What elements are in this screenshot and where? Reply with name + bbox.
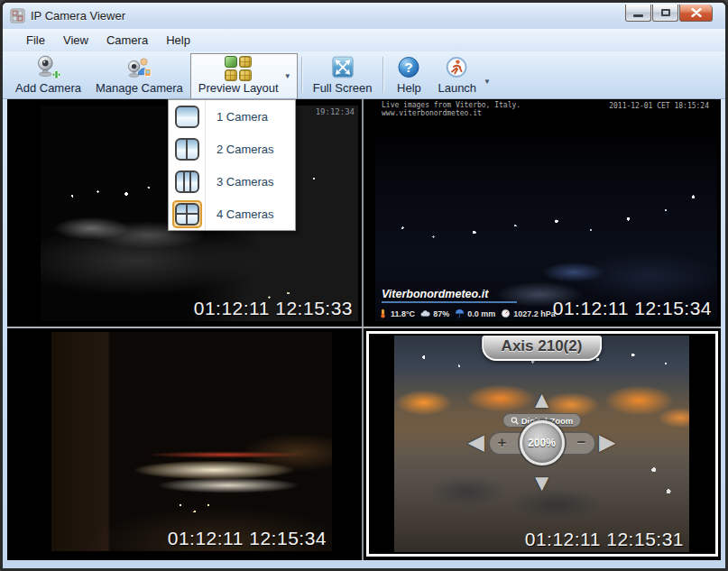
launch-label: Launch bbox=[438, 81, 476, 95]
layout-option-4-cameras[interactable]: 4 Cameras bbox=[169, 198, 295, 230]
camera-2-header: Live images from Viterbo, Italy. www.vit… bbox=[382, 101, 521, 117]
manage-camera-icon bbox=[124, 54, 153, 80]
layout-option-1-camera[interactable]: 1 Camera bbox=[169, 100, 295, 133]
weather-temperature: 11.8°C bbox=[378, 309, 415, 318]
gauge-icon bbox=[501, 309, 511, 318]
help-icon: ? bbox=[394, 54, 423, 80]
grid-vertical-divider bbox=[362, 99, 364, 560]
full-screen-label: Full Screen bbox=[313, 81, 373, 95]
zoom-level-knob[interactable]: 200% bbox=[520, 420, 565, 465]
add-camera-button[interactable]: Add Camera bbox=[8, 51, 88, 98]
preview-layout-menu: 1 Camera 2 Cameras 3 Cameras bbox=[168, 99, 296, 231]
minimize-icon bbox=[633, 14, 643, 17]
preview-layout-button[interactable]: Preview Layout ▼ bbox=[190, 53, 298, 98]
pan-left-arrow-icon[interactable]: ◀ bbox=[468, 431, 484, 453]
layout-3-icon bbox=[175, 170, 199, 193]
preview-layout-icon bbox=[224, 56, 253, 81]
camera-1-osd-time: 19:12:34 bbox=[316, 107, 355, 116]
full-screen-button[interactable]: Full Screen bbox=[306, 51, 380, 98]
close-icon bbox=[691, 8, 702, 17]
window-title: IP Camera Viewer bbox=[31, 9, 125, 23]
preview-layout-label: Preview Layout bbox=[198, 81, 279, 95]
camera-4-selection-border: Axis 210(2) ▲ ▼ ◀ ▶ Digital Zoom + − bbox=[366, 331, 718, 557]
magnifier-icon bbox=[511, 417, 519, 425]
app-icon bbox=[10, 8, 25, 23]
pan-down-arrow-icon[interactable]: ▼ bbox=[530, 471, 554, 494]
help-label: Help bbox=[397, 81, 421, 95]
menu-help[interactable]: Help bbox=[157, 31, 199, 50]
camera-2-header-line2: www.viterbonordmeteo.it bbox=[382, 109, 521, 117]
add-camera-icon bbox=[33, 54, 62, 80]
thermometer-icon bbox=[378, 309, 388, 318]
layout-1-icon bbox=[175, 106, 199, 128]
layout-option-3-cameras[interactable]: 3 Cameras bbox=[169, 165, 295, 198]
camera-2-header-datetime: 2011-12-01 CET 18:15:24 bbox=[609, 102, 709, 110]
umbrella-icon bbox=[455, 309, 465, 318]
launch-button[interactable]: Launch bbox=[430, 51, 484, 98]
manage-camera-label: Manage Camera bbox=[96, 81, 183, 95]
camera-2-header-line1: Live images from Viterbo, Italy. bbox=[382, 101, 521, 109]
camera-2-watermark: Viterbonordmeteo.it bbox=[382, 288, 517, 303]
help-button[interactable]: ? Help bbox=[387, 51, 430, 98]
zoom-out-button[interactable]: − bbox=[577, 434, 586, 452]
preview-layout-caret-icon: ▼ bbox=[284, 72, 291, 80]
layout-option-2-cameras[interactable]: 2 Cameras bbox=[169, 133, 295, 165]
weather-rain: 0.0 mm bbox=[455, 309, 495, 318]
maximize-button[interactable] bbox=[652, 5, 678, 22]
camera-feed-4[interactable]: Axis 210(2) ▲ ▼ ◀ ▶ Digital Zoom + − bbox=[394, 336, 689, 552]
pan-up-arrow-icon[interactable]: ▲ bbox=[530, 388, 554, 411]
pan-right-arrow-icon[interactable]: ▶ bbox=[599, 431, 615, 453]
camera-grid: 19:12:34 01:12:11 12:15:33 Live images f… bbox=[7, 99, 721, 560]
launch-caret-icon[interactable]: ▼ bbox=[484, 78, 491, 86]
layout-4-icon bbox=[175, 203, 199, 226]
camera-feed-2[interactable]: Live images from Viterbo, Italy. www.vit… bbox=[375, 99, 717, 321]
camera-feed-3[interactable]: 01:12:11 12:15:34 bbox=[51, 332, 332, 551]
menu-bar: File View Camera Help bbox=[3, 29, 725, 51]
toolbar-separator bbox=[301, 57, 302, 93]
title-bar[interactable]: IP Camera Viewer bbox=[3, 3, 725, 29]
camera-1-timestamp: 01:12:11 12:15:33 bbox=[194, 298, 353, 319]
zoom-level-value: 200% bbox=[528, 437, 556, 449]
camera-4-name: Axis 210(2) bbox=[502, 337, 583, 355]
camera-2-timestamp: 01:12:11 12:15:34 bbox=[553, 298, 712, 319]
cloud-icon bbox=[420, 309, 430, 318]
digital-zoom-overlay: ▲ ▼ ◀ ▶ Digital Zoom + − 200% bbox=[394, 390, 689, 502]
add-camera-label: Add Camera bbox=[15, 81, 81, 95]
selected-layout-highlight bbox=[172, 200, 202, 228]
weather-humidity: 87% bbox=[420, 309, 449, 318]
menu-view[interactable]: View bbox=[54, 31, 97, 50]
zoom-in-button[interactable]: + bbox=[498, 434, 507, 452]
camera-3-timestamp: 01:12:11 12:15:34 bbox=[168, 528, 327, 549]
grid-horizontal-divider bbox=[7, 327, 721, 328]
camera-4-timestamp: 01:12:11 12:15:31 bbox=[525, 529, 684, 550]
maximize-icon bbox=[661, 9, 670, 16]
toolbar-separator bbox=[382, 57, 383, 93]
launch-icon bbox=[443, 54, 472, 80]
toolbar: Add Camera Manage Camera Preview Layout bbox=[3, 51, 725, 99]
svg-text:?: ? bbox=[405, 60, 413, 75]
close-button[interactable] bbox=[679, 5, 713, 22]
menu-camera[interactable]: Camera bbox=[97, 31, 157, 50]
full-screen-icon bbox=[328, 54, 357, 80]
weather-pressure: 1027.2 hPa bbox=[501, 309, 556, 318]
manage-camera-button[interactable]: Manage Camera bbox=[88, 51, 190, 98]
menu-file[interactable]: File bbox=[17, 31, 54, 50]
camera-2-weather-bar: 11.8°C 87% 0.0 mm 1027.2 hPa bbox=[378, 309, 556, 318]
app-window: IP Camera Viewer File View Camera Help bbox=[0, 0, 728, 571]
minimize-button[interactable] bbox=[625, 5, 651, 22]
layout-2-icon bbox=[175, 138, 199, 161]
camera-4-name-banner: Axis 210(2) bbox=[482, 336, 603, 361]
